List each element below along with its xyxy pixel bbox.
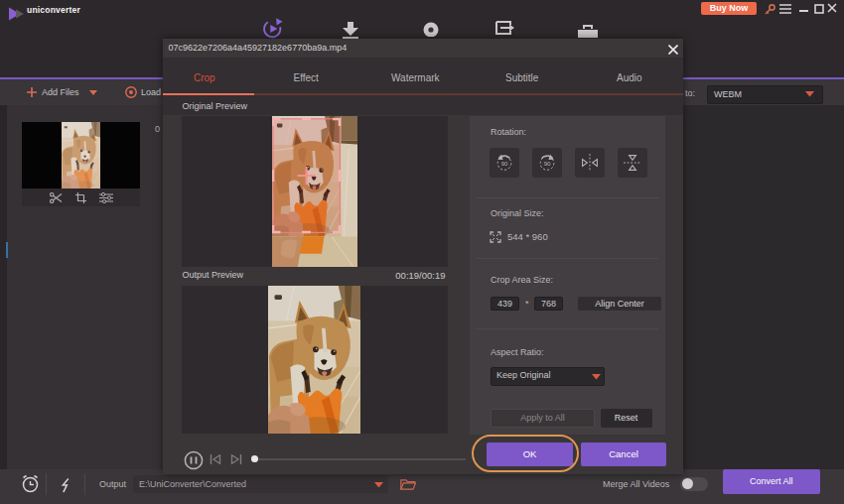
svg-text:90: 90: [544, 161, 551, 167]
svg-text:90: 90: [501, 161, 508, 167]
